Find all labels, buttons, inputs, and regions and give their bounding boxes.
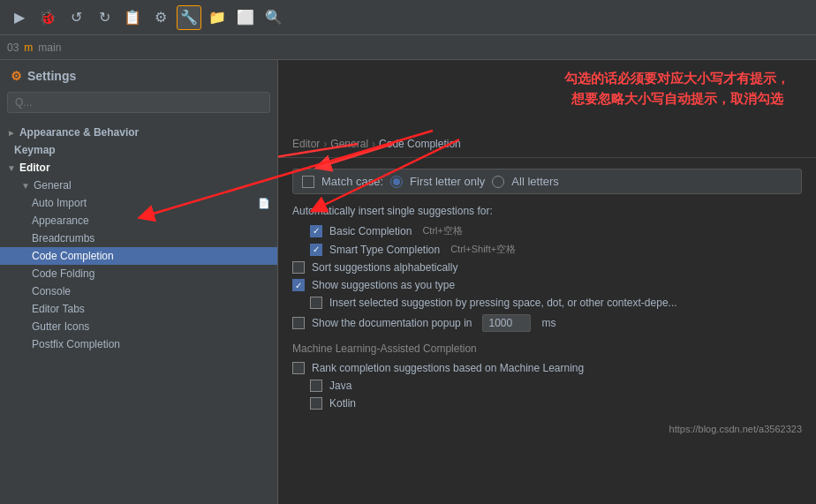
doc-popup-input[interactable]	[482, 314, 531, 332]
first-letter-radio[interactable]	[390, 176, 403, 188]
java-checkbox[interactable]	[310, 380, 322, 392]
toolbar-redo-btn[interactable]: ↻	[92, 5, 117, 30]
tree-label: Breadcrumbs	[32, 232, 94, 244]
toolbar-debug-btn[interactable]: 🐞	[35, 5, 60, 30]
all-letters-label: All letters	[511, 175, 558, 188]
tree-item-code-folding[interactable]: Code Folding	[0, 265, 277, 282]
file-icon: 📄	[258, 198, 270, 209]
doc-popup-label-before: Show the documentation popup in	[312, 317, 472, 329]
tree-item-postfix-completion[interactable]: Postfix Completion	[0, 335, 277, 353]
tree-label: Code Folding	[32, 267, 94, 280]
toolbar-folder-btn[interactable]: 📁	[205, 5, 230, 30]
annotation-overlay: 勾选的话必须要对应大小写才有提示， 想要忽略大小写自动提示，取消勾选	[564, 69, 790, 109]
smart-completion-label: Smart Type Completion	[329, 244, 440, 256]
insert-selected-checkbox[interactable]	[310, 297, 322, 309]
rank-suggestions-label: Rank completion suggestions based on Mac…	[312, 362, 584, 374]
panel-title-text: Settings	[27, 69, 76, 83]
toolbar-reload-btn[interactable]: ↺	[64, 5, 88, 30]
toolbar: ▶ 🐞 ↺ ↻ 📋 ⚙ 🔧 📁 ⬜ 🔍	[0, 0, 816, 35]
project-number: 03	[7, 41, 19, 54]
tree-label: Auto Import	[32, 197, 87, 209]
tree-item-editor-tabs[interactable]: Editor Tabs	[0, 300, 277, 318]
toolbar-settings-btn[interactable]: ⚙	[148, 5, 173, 30]
toolbar-search-btn[interactable]: 🔍	[261, 5, 286, 30]
toolbar-wrench-btn[interactable]: 🔧	[177, 5, 201, 30]
match-case-checkbox[interactable]	[302, 176, 314, 188]
right-breadcrumb: Editor › General › Code Completion	[278, 131, 816, 158]
first-letter-label: First letter only	[410, 175, 485, 188]
java-label: Java	[329, 380, 351, 392]
settings-content: Match case: First letter only All letter…	[278, 158, 816, 504]
tree-area: Appearance & Behavior Keymap Editor Gene…	[0, 120, 277, 504]
tree-label: Editor Tabs	[32, 303, 85, 315]
tree-item-appearance-behavior[interactable]: Appearance & Behavior	[0, 124, 277, 141]
all-letters-radio[interactable]	[492, 176, 504, 188]
tree-label: General	[34, 179, 72, 192]
basic-completion-checkbox[interactable]	[310, 225, 322, 237]
breadcrumb-bar: 03 m main	[0, 35, 816, 60]
branch-icon: m	[24, 41, 33, 54]
main-area: ⚙ Settings Appearance & Behavior Keymap	[0, 60, 816, 504]
tree-label: Appearance & Behavior	[19, 126, 139, 139]
search-bar	[0, 88, 277, 120]
annotation-line2: 想要忽略大小写自动提示，取消勾选	[564, 89, 790, 109]
panel-title: ⚙ Settings	[0, 60, 277, 88]
smart-completion-checkbox[interactable]	[310, 244, 322, 256]
java-row: Java	[292, 380, 802, 392]
tree-item-editor[interactable]: Editor	[0, 159, 277, 177]
right-panel: 勾选的话必须要对应大小写才有提示， 想要忽略大小写自动提示，取消勾选 Edito…	[278, 60, 816, 504]
basic-completion-label: Basic Completion	[329, 225, 412, 237]
tree-label: Editor	[19, 162, 50, 174]
sort-suggestions-checkbox[interactable]	[292, 261, 305, 274]
match-case-label: Match case:	[321, 175, 383, 188]
rank-suggestions-checkbox[interactable]	[292, 362, 305, 374]
sort-suggestions-row: Sort suggestions alphabetically	[292, 261, 802, 274]
toolbar-window-btn[interactable]: ⬜	[233, 5, 258, 30]
kotlin-label: Kotlin	[329, 397, 356, 410]
toolbar-copy-btn[interactable]: 📋	[120, 5, 145, 30]
doc-popup-row: Show the documentation popup in ms	[292, 314, 802, 332]
basic-completion-shortcut: Ctrl+空格	[422, 224, 463, 237]
kotlin-checkbox[interactable]	[310, 397, 322, 410]
annotation-line1: 勾选的话必须要对应大小写才有提示，	[564, 69, 790, 89]
breadcrumb-editor: Editor	[292, 138, 320, 150]
tree-item-code-completion[interactable]: Code Completion	[0, 247, 277, 265]
tree-item-breadcrumbs[interactable]: Breadcrumbs	[0, 229, 277, 247]
left-panel: ⚙ Settings Appearance & Behavior Keymap	[0, 60, 278, 504]
kotlin-row: Kotlin	[292, 397, 802, 410]
smart-completion-row: Smart Type Completion Ctrl+Shift+空格	[292, 243, 802, 256]
insert-selected-row: Insert selected suggestion by pressing s…	[292, 297, 802, 309]
breadcrumb-sep2: ›	[372, 138, 375, 150]
tree-label: Gutter Icons	[32, 320, 89, 333]
tree-item-auto-import[interactable]: Auto Import 📄	[0, 194, 277, 212]
tree-item-appearance[interactable]: Appearance	[0, 212, 277, 229]
show-suggestions-checkbox[interactable]	[292, 279, 305, 291]
footer-url-text: https://blog.csdn.net/a3562323	[669, 424, 802, 434]
insert-selected-label: Insert selected suggestion by pressing s…	[329, 297, 677, 309]
rank-suggestions-row: Rank completion suggestions based on Mac…	[292, 362, 802, 374]
doc-popup-checkbox[interactable]	[292, 317, 305, 329]
basic-completion-row: Basic Completion Ctrl+空格	[292, 224, 802, 237]
smart-completion-shortcut: Ctrl+Shift+空格	[450, 243, 516, 256]
branch-name: main	[38, 41, 61, 54]
tree-label: Console	[32, 285, 71, 297]
tree-label: Appearance	[32, 214, 89, 227]
toolbar-run-btn[interactable]: ▶	[7, 5, 32, 30]
breadcrumb-code-completion: Code Completion	[379, 138, 461, 150]
tree-item-general[interactable]: General	[0, 177, 277, 194]
arrow-icon	[21, 181, 30, 191]
tree-item-gutter-icons[interactable]: Gutter Icons	[0, 318, 277, 335]
tree-item-console[interactable]: Console	[0, 282, 277, 300]
match-case-row: Match case: First letter only All letter…	[292, 169, 802, 194]
tree-label: Code Completion	[32, 250, 114, 262]
ml-section-title: Machine Learning-Assisted Completion	[292, 342, 802, 355]
doc-popup-label-after: ms	[541, 317, 555, 329]
footer-url: https://blog.csdn.net/a3562323	[292, 424, 802, 434]
arrow-icon	[7, 128, 16, 138]
settings-icon: ⚙	[11, 69, 22, 83]
tree-label: Postfix Completion	[32, 338, 120, 350]
tree-item-keymap[interactable]: Keymap	[0, 141, 277, 159]
sort-suggestions-label: Sort suggestions alphabetically	[312, 261, 457, 274]
search-input[interactable]	[7, 92, 270, 113]
breadcrumb-sep1: ›	[323, 138, 327, 150]
